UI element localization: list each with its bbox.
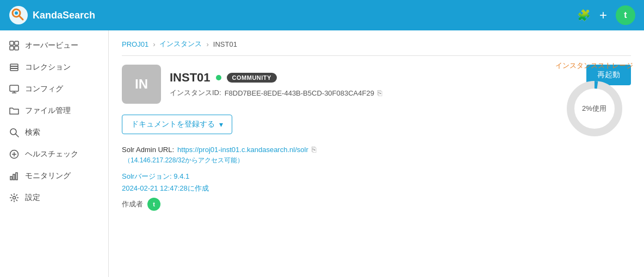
instance-header-left: IN INST01 COMMUNITY インスタンスID: F8DD7BEE-8… <box>122 65 382 104</box>
breadcrumb-current: INST01 <box>213 40 237 48</box>
solr-url-section: Solr Admin URL: https://proj01-inst01.c.… <box>122 145 631 165</box>
svg-rect-5 <box>15 41 18 45</box>
breadcrumb-proj01[interactable]: PROJ01 <box>122 40 148 48</box>
svg-rect-6 <box>10 46 14 50</box>
svg-rect-4 <box>10 41 14 45</box>
instance-info: INST01 COMMUNITY インスタンスID: F8DD7BEE-8EDE… <box>170 71 382 98</box>
solr-version-label: Solrバージョン: <box>122 172 172 180</box>
sidebar-item-collections[interactable]: コレクション <box>0 56 108 78</box>
register-doc-button[interactable]: ドキュメントを登録する ▾ <box>122 115 232 134</box>
sidebar-label-file-management: ファイル管理 <box>25 106 71 116</box>
plus-circle-icon <box>9 149 20 160</box>
add-icon[interactable]: + <box>599 8 607 23</box>
instance-id-label: インスタンスID: <box>170 88 221 98</box>
breadcrumb-sep-2: › <box>206 40 208 48</box>
solr-url-row: Solr Admin URL: https://proj01-inst01.c.… <box>122 145 631 154</box>
sidebar-label-health-check: ヘルスチェック <box>25 149 78 159</box>
search-icon <box>9 127 20 138</box>
instance-header: IN INST01 COMMUNITY インスタンスID: F8DD7BEE-8… <box>122 65 631 104</box>
main-layout: オーバービュー コレクション コンフィグ ファイル管理 検索 <box>0 30 644 277</box>
monitor-icon <box>9 84 20 95</box>
sidebar-label-search: 検索 <box>25 128 40 137</box>
instance-id-row: インスタンスID: F8DD7BEE-8EDE-443B-B5CD-30F083… <box>170 88 382 98</box>
community-badge: COMMUNITY <box>227 73 277 83</box>
sidebar-label-monitoring: モニタリング <box>25 171 71 181</box>
creator-avatar: t <box>147 198 160 211</box>
solr-url-link[interactable]: https://proj01-inst01.c.kandasearch.nl/s… <box>177 146 308 154</box>
svg-rect-20 <box>13 174 15 180</box>
instance-name-row: INST01 COMMUNITY <box>170 71 382 85</box>
sidebar-item-health-check[interactable]: ヘルスチェック <box>0 143 108 165</box>
storage-usage-label: 2%使用 <box>582 104 606 114</box>
solr-version-value: 9.4.1 <box>174 172 189 180</box>
creator-label: 作成者 <box>122 199 143 209</box>
sidebar-item-config[interactable]: コンフィグ <box>0 78 108 100</box>
sidebar: オーバービュー コレクション コンフィグ ファイル管理 検索 <box>0 30 109 277</box>
logo-icon <box>9 5 28 25</box>
meta-info-section: Solrバージョン: 9.4.1 2024-02-21 12:47:28に作成 … <box>122 172 631 211</box>
folder-icon <box>9 105 20 116</box>
breadcrumb-instances[interactable]: インスタンス <box>159 39 202 49</box>
sidebar-label-collections: コレクション <box>25 62 71 72</box>
bar-chart-icon <box>9 171 20 181</box>
svg-rect-21 <box>16 173 17 180</box>
sidebar-item-search[interactable]: 検索 <box>0 122 108 143</box>
dropdown-arrow-icon: ▾ <box>219 120 223 129</box>
storage-title: インスタンスストレージ <box>555 61 633 71</box>
storage-donut: 2%使用 <box>562 76 627 141</box>
sidebar-label-config: コンフィグ <box>25 84 63 94</box>
copy-id-icon[interactable]: ⎘ <box>377 89 382 97</box>
instance-name: INST01 <box>170 71 210 85</box>
sidebar-item-file-management[interactable]: ファイル管理 <box>0 100 108 122</box>
svg-point-22 <box>13 197 16 199</box>
creator-row: 作成者 t <box>122 198 631 211</box>
register-doc-label: ドキュメントを登録する <box>131 119 215 129</box>
puzzle-icon[interactable]: 🧩 <box>577 9 591 22</box>
copy-url-icon[interactable]: ⎘ <box>312 145 316 154</box>
grid-icon <box>9 40 20 51</box>
access-note: （14.146.217.228/32からアクセス可能） <box>124 156 631 165</box>
svg-point-3 <box>15 11 18 15</box>
sidebar-item-overview[interactable]: オーバービュー <box>0 35 108 56</box>
layers-icon <box>9 62 20 73</box>
sidebar-label-settings: 設定 <box>25 193 40 203</box>
solr-version: Solrバージョン: 9.4.1 <box>122 172 631 181</box>
status-indicator <box>216 75 221 80</box>
instance-avatar: IN <box>122 65 161 104</box>
svg-rect-10 <box>10 64 18 66</box>
header-actions: 🧩 + t <box>577 5 635 25</box>
svg-rect-19 <box>10 177 12 180</box>
svg-rect-11 <box>10 85 18 91</box>
instance-id-value: F8DD7BEE-8EDE-443B-B5CD-30F083CA4F29 <box>225 89 374 97</box>
svg-rect-7 <box>15 46 18 50</box>
storage-section: インスタンスストレージ 2%使用 <box>555 61 633 141</box>
sidebar-item-monitoring[interactable]: モニタリング <box>0 165 108 187</box>
solr-url-label: Solr Admin URL: <box>122 146 174 154</box>
gear-icon <box>9 192 20 203</box>
breadcrumb: PROJ01 › インスタンス › INST01 <box>122 39 631 56</box>
app-header: KandaSearch 🧩 + t <box>0 0 644 30</box>
sidebar-item-settings[interactable]: 設定 <box>0 187 108 209</box>
content-area: PROJ01 › インスタンス › INST01 IN INST01 COMMU… <box>109 30 644 277</box>
user-avatar[interactable]: t <box>616 5 635 25</box>
logo-text: KandaSearch <box>33 10 95 21</box>
breadcrumb-sep-1: › <box>153 40 155 48</box>
logo: KandaSearch <box>9 5 95 25</box>
svg-line-15 <box>16 134 19 137</box>
sidebar-label-overview: オーバービュー <box>25 41 78 51</box>
created-date: 2024-02-21 12:47:28に作成 <box>122 184 631 193</box>
